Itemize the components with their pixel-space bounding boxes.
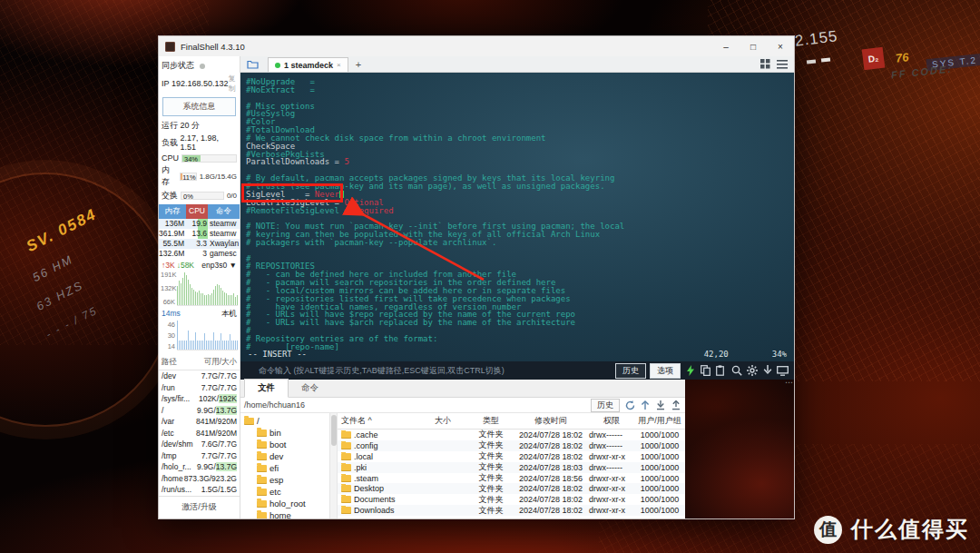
terminal-line: # [246, 255, 794, 263]
file-row[interactable]: Desktop文件夹2024/07/28 18:02drwxr-xr-x1000… [338, 483, 685, 494]
connection-manager-button[interactable] [240, 56, 264, 72]
file-panel-tabs: 文件 命令 ⋯ [240, 380, 685, 398]
process-table-header[interactable]: 内存 CPU 命令 [159, 204, 240, 219]
file-col-header[interactable]: 权限 [587, 415, 634, 427]
file-col-header[interactable]: 文件名 ^ [338, 415, 424, 427]
run-script-icon[interactable] [684, 365, 696, 377]
file-col-header[interactable]: 修改时间 [514, 415, 587, 427]
tree-item-dev[interactable]: dev [240, 450, 329, 462]
disk-col-path[interactable]: 路径 [162, 357, 177, 368]
paste-icon[interactable] [715, 365, 727, 377]
process-row[interactable]: 361.9M13.6steamw [159, 229, 240, 239]
process-col-memory[interactable]: 内存 [159, 204, 186, 219]
file-manager-panel: 文件 命令 ⋯ /home/hchuan16 历史 [240, 380, 685, 518]
gear-icon[interactable] [746, 365, 758, 377]
file-col-header[interactable]: 用户/用户组 [634, 415, 685, 427]
terminal-line: # packagers with `pacman-key --populate … [246, 239, 794, 247]
system-info-button[interactable]: 系统信息 [162, 97, 236, 116]
file-list-rows[interactable]: .cache文件夹2024/07/28 18:02drwx------1000/… [338, 430, 685, 516]
tab-commands[interactable]: 命令 [289, 380, 331, 397]
minimize-button[interactable]: – [712, 36, 740, 56]
process-col-cpu[interactable]: CPU [186, 204, 208, 219]
tree-item-esp[interactable]: esp [240, 474, 329, 486]
copy-ip-button[interactable]: 复制 [229, 74, 237, 94]
process-col-command[interactable]: 命令 [208, 204, 240, 219]
tree-item-efi[interactable]: efi [240, 462, 329, 474]
tab-files[interactable]: 文件 [244, 379, 289, 398]
process-row[interactable]: 55.5M3.3Xwaylan [159, 239, 240, 249]
disk-row[interactable]: /dev/shm7.6G/7.7G [159, 439, 240, 450]
tree-item-holo_root[interactable]: holo_root [240, 498, 329, 509]
file-col-header[interactable]: 类型 [467, 415, 514, 427]
disk-row[interactable]: /tmp7.7G/7.7G [159, 450, 240, 462]
disk-row[interactable]: /etc841M/920M [159, 428, 240, 439]
menu-icon[interactable] [777, 60, 788, 69]
file-row[interactable]: .steam文件夹2024/07/28 18:56drwxr-xr-x1000/… [338, 473, 685, 484]
tree-item-root[interactable]: / [240, 415, 329, 427]
download-rate: ↓58K [177, 261, 194, 270]
terminal-view[interactable]: #NoUpgrade =#NoExtract = # Misc options#… [240, 73, 794, 361]
hud-value-2155: 2.155 [794, 27, 839, 51]
activate-upgrade-button[interactable]: 激活/升级 [159, 496, 240, 518]
command-input[interactable] [246, 366, 612, 375]
disk-row[interactable]: /holo_r...9.9G/13.7G [159, 461, 240, 473]
current-path[interactable]: /home/hchuan16 [244, 400, 586, 410]
disk-row[interactable]: /run/us...1.5G/1.5G [159, 484, 240, 496]
download-icon[interactable] [761, 365, 773, 377]
interface-selector[interactable]: enp3s0 ▼ [201, 261, 237, 270]
terminal-line: # Misc options [246, 103, 794, 111]
file-list-header[interactable]: 文件名 ^大小类型修改时间权限用户/用户组 [338, 413, 685, 430]
splitter-handle[interactable]: ⋯ [785, 378, 794, 387]
download-file-icon[interactable] [655, 400, 666, 410]
hud-dash [807, 59, 816, 64]
file-row[interactable]: Documents文件夹2024/07/28 18:02drwxr-xr-x10… [338, 494, 685, 505]
disk-table-header[interactable]: 路径 可用/大小 [159, 354, 240, 370]
tree-item-boot[interactable]: boot [240, 439, 329, 450]
directory-tree[interactable]: /binbootdevefiespetcholo_roothome [240, 413, 329, 518]
tab-steamdeck[interactable]: 1 steamdeck × [268, 57, 348, 72]
file-row[interactable]: .pki文件夹2024/07/28 18:03drwx------1000/10… [338, 462, 685, 473]
disk-row[interactable]: /run7.7G/7.7G [159, 382, 240, 394]
disk-row[interactable]: /home873.3G/923.2G [159, 473, 240, 485]
grid-view-icon[interactable] [760, 59, 770, 69]
process-row[interactable]: 132.6M3gamesc [159, 249, 240, 259]
process-row[interactable]: 136M19.9steamw [159, 219, 240, 229]
monitor-icon[interactable] [777, 365, 789, 377]
swap-label: 交换 [162, 190, 178, 202]
history-button[interactable]: 历史 [615, 363, 646, 379]
disk-row[interactable]: /9.9G/13.7G [159, 405, 240, 417]
tree-item-home[interactable]: home [240, 509, 329, 518]
process-table[interactable]: 136M19.9steamw361.9M13.6steamw55.5M3.3Xw… [159, 219, 240, 259]
disk-row[interactable]: /sys/fir...102K/192K [159, 393, 240, 405]
new-tab-button[interactable]: + [348, 59, 368, 70]
maximize-button[interactable]: □ [740, 36, 767, 56]
refresh-icon[interactable] [624, 400, 635, 410]
file-row[interactable]: .cache文件夹2024/07/28 18:02drwx------1000/… [338, 430, 685, 440]
command-bar: 历史 选项 [240, 361, 794, 380]
disk-row[interactable]: /dev7.7G/7.7G [159, 370, 240, 382]
file-col-header[interactable]: 大小 [424, 415, 467, 427]
file-row[interactable]: Downloads文件夹2024/07/28 18:02drwxr-xr-x10… [338, 505, 685, 516]
copy-icon[interactable] [700, 365, 711, 377]
tree-scrollbar-thumb[interactable] [331, 415, 337, 446]
hud-ffcode-label: FF CODE: [891, 63, 954, 80]
load-value: 2.17, 1.98, 1.51 [181, 133, 238, 152]
file-row[interactable]: .config文件夹2024/07/28 18:02drwx------1000… [338, 440, 685, 451]
path-history-button[interactable]: 历史 [591, 399, 620, 412]
tree-item-bin[interactable]: bin [240, 427, 329, 439]
search-icon[interactable] [730, 365, 742, 377]
options-button[interactable]: 选项 [650, 363, 681, 379]
upload-file-icon[interactable] [671, 400, 681, 410]
close-button[interactable]: × [767, 36, 794, 56]
file-row[interactable]: .local文件夹2024/07/28 18:02drwxr-xr-x1000/… [338, 451, 685, 462]
disk-col-avail[interactable]: 可用/大小 [204, 357, 237, 368]
title-bar[interactable]: FinalShell 4.3.10 – □ × [159, 36, 794, 56]
tab-close-icon[interactable]: × [337, 61, 341, 69]
vim-status-line: -- INSERT -- 42,20 34% [240, 350, 794, 359]
up-directory-icon[interactable] [640, 400, 651, 410]
tree-scrollbar[interactable] [329, 413, 337, 518]
disk-table[interactable]: /dev7.7G/7.7G/run7.7G/7.7G/sys/fir...102… [159, 370, 240, 496]
disk-row[interactable]: /var841M/920M [159, 416, 240, 428]
network-summary[interactable]: ↑3K ↓58K enp3s0 ▼ [159, 259, 240, 270]
tree-item-etc[interactable]: etc [240, 486, 329, 498]
